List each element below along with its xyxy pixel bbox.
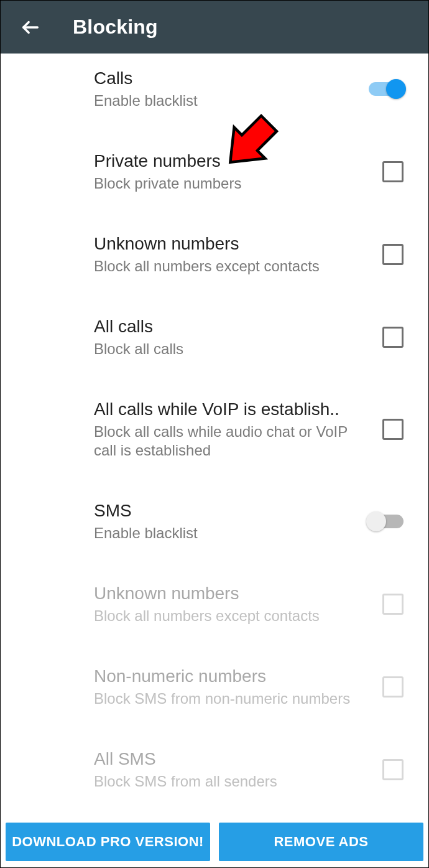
setting-sms-unknown[interactable]: Unknown numbers Block all numbers except… <box>1 556 428 639</box>
app-bar: Blocking <box>1 1 428 54</box>
setting-subtitle: Block all calls while audio chat or VoIP… <box>94 422 370 460</box>
setting-voip-calls[interactable]: All calls while VoIP is establish.. Bloc… <box>1 372 428 474</box>
setting-title: All calls <box>94 315 370 337</box>
sms-switch[interactable] <box>369 515 404 528</box>
download-pro-button[interactable]: DOWNLOAD PRO VERSION! <box>6 823 210 861</box>
voip-calls-checkbox[interactable] <box>382 419 404 440</box>
setting-title: All calls while VoIP is establish.. <box>94 398 370 420</box>
setting-subtitle: Block all numbers except contacts <box>94 257 370 276</box>
setting-unknown-numbers[interactable]: Unknown numbers Block all numbers except… <box>1 207 428 289</box>
settings-list: Calls Enable blacklist Private numbers B… <box>1 54 428 818</box>
all-calls-checkbox[interactable] <box>382 327 404 348</box>
setting-private-numbers[interactable]: Private numbers Block private numbers <box>1 124 428 207</box>
setting-subtitle: Block all numbers except contacts <box>94 607 370 625</box>
unknown-numbers-checkbox[interactable] <box>382 244 404 265</box>
setting-sms[interactable]: SMS Enable blacklist <box>1 474 428 556</box>
private-numbers-checkbox[interactable] <box>382 161 404 182</box>
setting-subtitle: Enable blacklist <box>94 91 356 110</box>
setting-non-numeric[interactable]: Non-numeric numbers Block SMS from non-n… <box>1 639 428 722</box>
setting-title: Calls <box>94 67 356 89</box>
setting-all-sms[interactable]: All SMS Block SMS from all senders <box>1 722 428 805</box>
remove-ads-button[interactable]: REMOVE ADS <box>219 823 423 861</box>
non-numeric-checkbox[interactable] <box>382 676 404 698</box>
setting-subtitle: Block SMS from non-numeric numbers <box>94 689 370 708</box>
bottom-bar: DOWNLOAD PRO VERSION! REMOVE ADS <box>6 823 423 861</box>
setting-subtitle: Block SMS from all senders <box>94 772 370 791</box>
setting-title: Private numbers <box>94 150 370 172</box>
setting-subtitle: Block all calls <box>94 340 370 358</box>
setting-subtitle: Block private numbers <box>94 174 370 193</box>
setting-title: Non-numeric numbers <box>94 665 370 687</box>
sms-unknown-checkbox[interactable] <box>382 594 404 615</box>
setting-title: Unknown numbers <box>94 582 370 604</box>
setting-subtitle: Enable blacklist <box>94 524 356 543</box>
back-button[interactable] <box>18 15 43 40</box>
arrow-back-icon <box>20 17 41 38</box>
all-sms-checkbox[interactable] <box>382 759 404 780</box>
setting-title: SMS <box>94 500 356 521</box>
setting-all-calls[interactable]: All calls Block all calls <box>1 289 428 372</box>
setting-calls[interactable]: Calls Enable blacklist <box>1 54 428 124</box>
calls-switch[interactable] <box>369 82 404 96</box>
setting-title: Unknown numbers <box>94 233 370 254</box>
setting-title: All SMS <box>94 748 370 770</box>
page-title: Blocking <box>73 16 158 39</box>
